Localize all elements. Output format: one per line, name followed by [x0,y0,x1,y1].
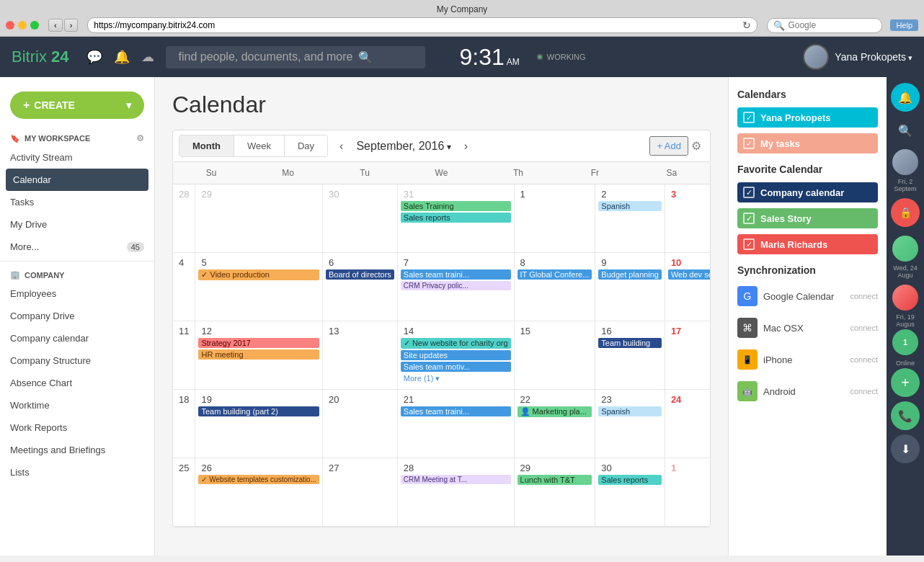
sidebar-item-absence-chart[interactable]: Absence Chart [0,372,154,394]
event-webdev[interactable]: Web dev seminar... [668,269,711,280]
sidebar-item-drive[interactable]: My Drive [0,213,154,236]
call-button[interactable]: 📞 [891,401,920,430]
cal-cell-22[interactable]: 22 👤 Marketing pla... [515,390,596,458]
nav-buttons[interactable]: ‹ › [48,19,78,32]
event-new-website[interactable]: ✓ New website for charity org [401,338,511,349]
yana-checkbox[interactable]: ✓ [743,112,755,123]
event-site-updates[interactable]: Site updates [401,350,511,360]
event-more-1[interactable]: More (1) ▾ [401,373,511,384]
cal-cell-28-aug[interactable]: 28 [173,184,195,253]
next-month-button[interactable]: › [461,137,471,156]
tab-month[interactable]: Month [179,135,234,156]
android-connect-link[interactable]: connect [850,387,878,396]
event-marketing[interactable]: 👤 Marketing pla... [517,406,592,417]
calendar-item-tasks[interactable]: ✓ My tasks [737,133,878,153]
event-strategy[interactable]: Strategy 2017 [198,338,319,348]
cal-cell-31[interactable]: 31 Sales Training Sales reports [398,184,515,253]
maria-checkbox[interactable]: ✓ [743,238,755,250]
cal-cell-6[interactable]: 6 Board of directors [323,253,398,321]
tasks-checkbox[interactable]: ✓ [743,138,755,149]
username-label[interactable]: Yana Prokopets [835,51,912,63]
calendar-item-sales-story[interactable]: ✓ Sales Story [737,208,878,228]
cal-cell-19[interactable]: 19 Team building (part 2) [195,390,323,458]
notifications-button[interactable]: 🔔 [891,83,920,112]
cloud-icon[interactable]: ☁ [141,49,154,65]
refresh-icon[interactable]: ↻ [742,19,751,31]
cal-cell-12[interactable]: 12 Strategy 2017 HR meeting [195,321,323,390]
bell-icon[interactable]: 🔔 [114,49,130,65]
cal-cell-18[interactable]: 18 [173,390,195,458]
cal-cell-30[interactable]: 30 Sales reports [595,458,665,527]
cal-cell-28-sep[interactable]: 28 CRM Meeting at T... [398,458,515,527]
event-sales-team-21[interactable]: Sales team traini... [401,406,511,416]
event-crm-meeting[interactable]: CRM Meeting at T... [401,475,511,484]
mac-connect-link[interactable]: connect [850,324,878,332]
sidebar-item-lists[interactable]: Lists [0,461,154,483]
side-avatar-1[interactable] [892,149,918,175]
sidebar-item-company-structure[interactable]: Company Structure [0,349,154,372]
sidebar-item-tasks[interactable]: Tasks [0,191,154,213]
event-website-templates[interactable]: ✓ Website templates customizatio... [198,475,319,484]
cal-cell-1[interactable]: 1 [515,184,596,253]
event-budget-planning[interactable]: Budget planning [598,269,662,280]
cal-cell-9[interactable]: 9 Budget planning [595,253,665,321]
cal-cell-5[interactable]: 5 ✓ Video production [195,253,323,321]
cal-cell-21[interactable]: 21 Sales team traini... [398,390,515,458]
address-bar[interactable]: https://mycompany.bitrix24.com ↻ [87,17,758,33]
sidebar-item-calendar[interactable]: Calendar [6,169,148,191]
download-button[interactable]: ⬇ [891,434,920,463]
calendar-item-yana[interactable]: ✓ Yana Prokopets [737,107,878,128]
calendar-item-maria[interactable]: ✓ Maria Richards [737,234,878,254]
calendar-settings-icon[interactable]: ⚙ [688,136,704,156]
side-avatar-3[interactable] [892,285,918,311]
cal-cell-27[interactable]: 27 [323,458,398,527]
sidebar-item-activity[interactable]: Activity Stream [0,146,154,169]
browser-search-input[interactable] [788,20,860,30]
cal-cell-8[interactable]: 8 IT Global Confere... [515,253,596,321]
event-video-production[interactable]: ✓ Video production [198,269,319,280]
tab-week[interactable]: Week [234,135,285,156]
sales-story-checkbox[interactable]: ✓ [743,213,755,224]
event-team-building-part2[interactable]: Team building (part 2) [198,406,319,416]
create-button[interactable]: + CREATE ▾ [10,92,144,119]
browser-search-bar[interactable]: 🔍 [767,18,882,33]
help-button[interactable]: Help [890,19,918,31]
cal-cell-11[interactable]: 11 [173,321,195,390]
user-avatar[interactable] [803,44,829,70]
cal-cell-17[interactable]: 17 [665,321,711,390]
workspace-gear-icon[interactable]: ⚙ [136,133,144,143]
cal-cell-3[interactable]: 3 [665,184,711,253]
event-sales-team-7[interactable]: Sales team traini... [401,269,511,280]
sidebar-item-meetings[interactable]: Meetings and Briefings [0,439,154,461]
google-connect-link[interactable]: connect [850,292,878,300]
global-search[interactable]: find people, documents, and more 🔍 [166,46,425,68]
sync-google[interactable]: G Google Calendar connect [737,283,878,309]
minimize-btn[interactable] [18,21,27,30]
sync-android[interactable]: 🤖 Android connect [737,378,878,404]
cal-cell-1-oct[interactable]: 1 [665,458,711,527]
event-sales-reports-30[interactable]: Sales reports [598,475,662,485]
cal-cell-16[interactable]: 16 Team building [595,321,665,390]
cal-cell-7[interactable]: 7 Sales team traini... CRM Privacy polic… [398,253,515,321]
event-it-global[interactable]: IT Global Confere... [517,269,592,280]
event-hr-meeting[interactable]: HR meeting [198,349,319,360]
event-sales-training[interactable]: Sales Training [401,201,511,211]
sidebar-item-company-drive[interactable]: Company Drive [0,305,154,327]
sidebar-item-more[interactable]: More... 45 [0,236,154,258]
event-team-building-16[interactable]: Team building [598,338,662,348]
cal-cell-26[interactable]: 26 ✓ Website templates customizatio... [195,458,323,527]
add-event-button[interactable]: + Add [649,136,688,156]
cal-cell-10[interactable]: 10 Web dev seminar... [665,253,711,321]
cal-cell-29-aug[interactable]: 29 [195,184,323,253]
maximize-btn[interactable] [30,21,39,30]
side-alert-button[interactable]: 🔒 [891,198,920,227]
cal-cell-14[interactable]: 14 ✓ New website for charity org Site up… [398,321,515,390]
event-crm-privacy[interactable]: CRM Privacy polic... [401,281,511,290]
back-button[interactable]: ‹ [48,19,63,32]
chat-icon[interactable]: 💬 [86,49,102,65]
cal-cell-30-aug[interactable]: 30 [323,184,398,253]
add-side-button[interactable]: + [891,368,920,397]
cal-cell-25[interactable]: 25 [173,458,195,527]
tab-day[interactable]: Day [285,135,327,156]
cal-cell-13[interactable]: 13 [323,321,398,390]
